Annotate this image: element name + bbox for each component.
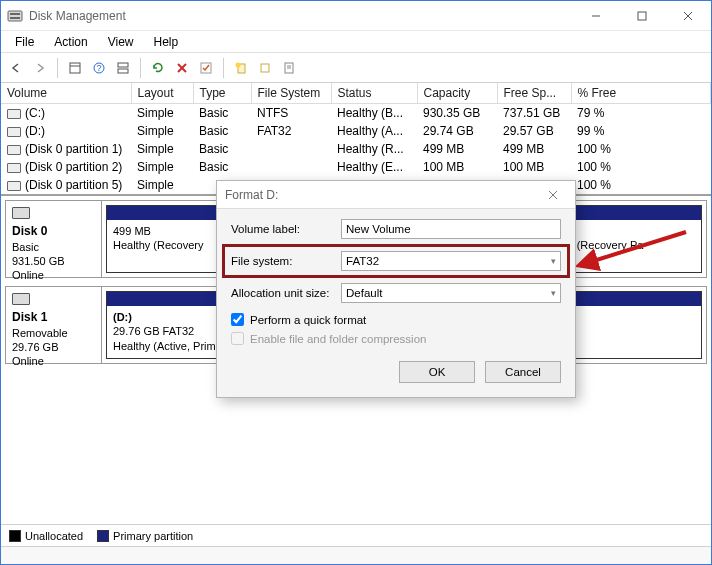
cancel-button[interactable]: Cancel (485, 361, 561, 383)
statusbar (1, 546, 711, 564)
disk-icon (12, 293, 30, 305)
disk-info: Disk 1Removable29.76 GBOnline (6, 287, 102, 363)
volume-name: (Disk 0 partition 1) (25, 142, 122, 156)
col-type[interactable]: Type (193, 83, 251, 104)
disk-type: Basic (12, 241, 39, 253)
menu-file[interactable]: File (5, 33, 44, 51)
forward-button[interactable] (29, 57, 51, 79)
table-row[interactable]: (C:)SimpleBasicNTFSHealthy (B...930.35 G… (1, 104, 711, 123)
svg-text:?: ? (96, 63, 101, 73)
volume-pct: 100 % (571, 140, 711, 158)
menu-help[interactable]: Help (144, 33, 189, 51)
back-button[interactable] (5, 57, 27, 79)
legend-unallocated: Unallocated (25, 530, 83, 542)
volume-free: 499 MB (497, 140, 571, 158)
svg-point-17 (236, 62, 241, 67)
minimize-button[interactable] (573, 1, 619, 31)
menu-view[interactable]: View (98, 33, 144, 51)
col-layout[interactable]: Layout (131, 83, 193, 104)
volume-layout: Simple (131, 122, 193, 140)
compression-checkbox (231, 332, 244, 345)
file-system-row-highlight: File system: FAT32 ▾ (227, 249, 565, 273)
volume-pct: 79 % (571, 104, 711, 123)
legend-primary: Primary partition (113, 530, 193, 542)
toolbar-check-icon[interactable] (195, 57, 217, 79)
volume-pct: 99 % (571, 122, 711, 140)
volume-free: 29.57 GB (497, 122, 571, 140)
volume-layout: Simple (131, 158, 193, 176)
quick-format-checkbox[interactable] (231, 313, 244, 326)
svg-rect-0 (8, 11, 22, 21)
volume-capacity: 100 MB (417, 158, 497, 176)
volume-icon (7, 109, 21, 119)
svg-rect-4 (638, 12, 646, 20)
quick-format-label: Perform a quick format (250, 314, 366, 326)
format-dialog: Format D: Volume label: File system: FAT… (216, 180, 576, 398)
toolbar-refresh-icon[interactable] (147, 57, 169, 79)
col-free[interactable]: Free Sp... (497, 83, 571, 104)
volume-free: 100 MB (497, 158, 571, 176)
chevron-down-icon: ▾ (551, 288, 556, 298)
svg-rect-2 (10, 17, 20, 19)
volume-name: (Disk 0 partition 2) (25, 160, 122, 174)
allocation-unit-size-label: Allocation unit size: (231, 287, 341, 299)
toolbar-properties-icon[interactable] (278, 57, 300, 79)
toolbar-layout-icon[interactable] (112, 57, 134, 79)
volume-status: Healthy (A... (331, 122, 417, 140)
volume-status: Healthy (R... (331, 140, 417, 158)
allocation-unit-size-select[interactable]: Default ▾ (341, 283, 561, 303)
table-row[interactable]: (Disk 0 partition 2)SimpleBasicHealthy (… (1, 158, 711, 176)
col-status[interactable]: Status (331, 83, 417, 104)
toolbar-format-icon[interactable] (254, 57, 276, 79)
volume-type: Basic (193, 140, 251, 158)
menubar: File Action View Help (1, 31, 711, 53)
chevron-down-icon: ▾ (551, 256, 556, 266)
dialog-close-button[interactable] (539, 183, 567, 207)
volume-fs: NTFS (251, 104, 331, 123)
volume-capacity: 29.74 GB (417, 122, 497, 140)
volume-label-label: Volume label: (231, 223, 341, 235)
disk-management-icon (7, 8, 23, 24)
toolbar-delete-icon[interactable] (171, 57, 193, 79)
menu-action[interactable]: Action (44, 33, 97, 51)
toolbar-help-icon[interactable]: ? (88, 57, 110, 79)
disk-status: Online (12, 355, 44, 367)
col-pct[interactable]: % Free (571, 83, 711, 104)
compression-label: Enable file and folder compression (250, 333, 426, 345)
disk-size: 29.76 GB (12, 341, 58, 353)
toolbar-new-icon[interactable] (230, 57, 252, 79)
volume-type: Basic (193, 122, 251, 140)
volume-label-input[interactable] (341, 219, 561, 239)
volume-type: Basic (193, 158, 251, 176)
volume-fs (251, 140, 331, 158)
table-row[interactable]: (D:)SimpleBasicFAT32Healthy (A...29.74 G… (1, 122, 711, 140)
volume-capacity: 930.35 GB (417, 104, 497, 123)
file-system-select[interactable]: FAT32 ▾ (341, 251, 561, 271)
maximize-button[interactable] (619, 1, 665, 31)
svg-rect-18 (261, 64, 269, 72)
disk-info: Disk 0Basic931.50 GBOnline (6, 201, 102, 277)
col-capacity[interactable]: Capacity (417, 83, 497, 104)
svg-rect-12 (118, 69, 128, 73)
volume-layout: Simple (131, 104, 193, 123)
volume-layout: Simple (131, 140, 193, 158)
volume-name: (Disk 0 partition 5) (25, 178, 122, 192)
volume-layout: Simple (131, 176, 193, 194)
volume-free: 737.51 GB (497, 104, 571, 123)
volume-status: Healthy (B... (331, 104, 417, 123)
col-fs[interactable]: File System (251, 83, 331, 104)
volume-status: Healthy (E... (331, 158, 417, 176)
titlebar: Disk Management (1, 1, 711, 31)
ok-button[interactable]: OK (399, 361, 475, 383)
disk-icon (12, 207, 30, 219)
col-volume[interactable]: Volume (1, 83, 131, 104)
volume-capacity: 499 MB (417, 140, 497, 158)
volume-pct: 100 % (571, 158, 711, 176)
toolbar-settings-icon[interactable] (64, 57, 86, 79)
svg-rect-11 (118, 63, 128, 67)
volume-fs: FAT32 (251, 122, 331, 140)
table-row[interactable]: (Disk 0 partition 1)SimpleBasicHealthy (… (1, 140, 711, 158)
volume-icon (7, 127, 21, 137)
allocation-unit-size-value: Default (346, 287, 382, 299)
close-button[interactable] (665, 1, 711, 31)
